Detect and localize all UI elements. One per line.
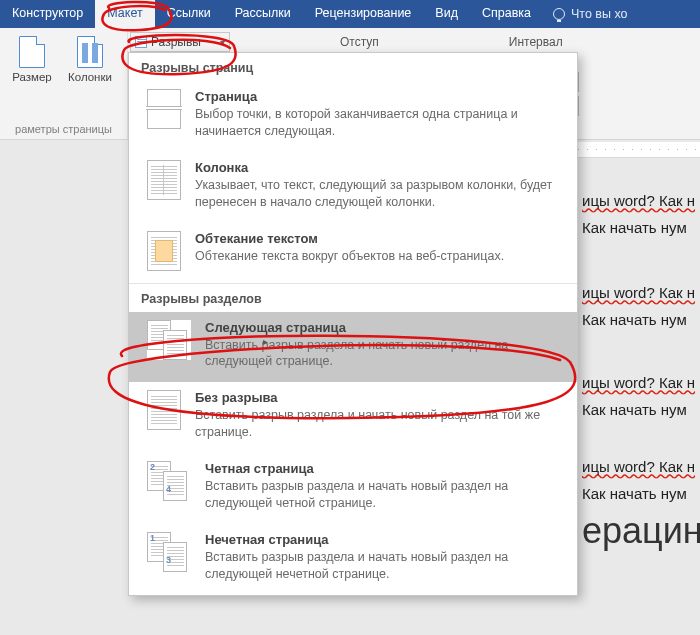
doc-text: Как начать нум (582, 309, 700, 330)
interval-label: Интервал (509, 32, 579, 52)
break-odd-title: Нечетная страница (205, 532, 563, 547)
odd-page-break-icon: 13 (147, 532, 191, 572)
break-nextpage-desc: Вставить разрыв раздела и начать новый р… (205, 337, 563, 371)
tab-spravka[interactable]: Справка (470, 0, 543, 28)
break-column-desc: Указывает, что текст, следующий за разры… (195, 177, 563, 211)
doc-heading: ерацин (582, 510, 700, 552)
break-next-page-item[interactable]: Следующая страница Вставить разрыв разде… (129, 312, 577, 383)
tab-maket[interactable]: Макет (95, 0, 154, 28)
page-setup-group-label: раметры страницы (6, 123, 121, 137)
columns-icon (77, 36, 103, 68)
break-even-title: Четная страница (205, 461, 563, 476)
size-label: Размер (12, 71, 52, 83)
tab-konstruktor[interactable]: Конструктор (0, 0, 95, 28)
chevron-down-icon: ▾ (220, 37, 225, 48)
doc-text: ицы word? Как н (582, 372, 700, 393)
break-continuous-item[interactable]: Без разрыва Вставить разрыв раздела и на… (129, 382, 577, 453)
page-size-icon (19, 36, 45, 68)
page-break-icon (147, 89, 181, 129)
columns-label: Колонки (68, 71, 112, 83)
break-even-desc: Вставить разрыв раздела и начать новый р… (205, 478, 563, 512)
horizontal-ruler[interactable] (578, 142, 700, 158)
break-textwrap-item[interactable]: Обтекание текстом Обтекание текста вокру… (129, 223, 577, 283)
lightbulb-icon (553, 8, 565, 20)
break-page-item[interactable]: Страница Выбор точки, в которой заканчив… (129, 81, 577, 152)
section-breaks-header: Разрывы разделов (129, 284, 577, 312)
breaks-dropdown-button[interactable]: Разрывы ▾ (130, 32, 230, 52)
even-page-break-icon: 24 (147, 461, 191, 501)
break-nextpage-title: Следующая страница (205, 320, 563, 335)
tell-me-search[interactable]: Что вы хо (543, 0, 638, 28)
tab-rassylki[interactable]: Рассылки (223, 0, 303, 28)
break-odd-page-item[interactable]: 13 Нечетная страница Вставить разрыв раз… (129, 524, 577, 595)
textwrap-break-icon (147, 231, 181, 271)
column-break-icon (147, 160, 181, 200)
doc-text: ицы word? Как н (582, 190, 700, 211)
document-canvas[interactable]: ицы word? Как н Как начать нум ицы word?… (582, 160, 700, 552)
tab-review[interactable]: Рецензирование (303, 0, 424, 28)
tell-me-label: Что вы хо (571, 7, 628, 21)
break-wrap-desc: Обтекание текста вокруг объектов на веб-… (195, 248, 563, 265)
break-column-title: Колонка (195, 160, 563, 175)
break-even-page-item[interactable]: 24 Четная страница Вставить разрыв разде… (129, 453, 577, 524)
page-setup-group: Размер Колонки раметры страницы (0, 28, 128, 139)
break-cont-desc: Вставить разрыв раздела и начать новый р… (195, 407, 563, 441)
doc-text: Как начать нум (582, 399, 700, 420)
break-column-item[interactable]: Колонка Указывает, что текст, следующий … (129, 152, 577, 223)
doc-text: ицы word? Как н (582, 282, 700, 303)
breaks-label: Разрывы (151, 35, 201, 49)
break-cont-title: Без разрыва (195, 390, 563, 405)
break-wrap-title: Обтекание текстом (195, 231, 563, 246)
continuous-break-icon (147, 390, 181, 430)
size-button[interactable]: Размер (6, 32, 58, 83)
break-page-title: Страница (195, 89, 563, 104)
next-page-break-icon (147, 320, 191, 360)
break-page-desc: Выбор точки, в которой заканчивается одн… (195, 106, 563, 140)
doc-text: Как начать нум (582, 217, 700, 238)
doc-text: ицы word? Как н (582, 456, 700, 477)
tab-vid[interactable]: Вид (423, 0, 470, 28)
breaks-icon (135, 36, 147, 48)
tab-ssylki[interactable]: Ссылки (155, 0, 223, 28)
page-breaks-header: Разрывы страниц (129, 53, 577, 81)
breaks-dropdown-panel: Разрывы страниц Страница Выбор точки, в … (128, 52, 578, 596)
ribbon-tabs: Конструктор Макет Ссылки Рассылки Реценз… (0, 0, 700, 28)
doc-text: Как начать нум (582, 483, 700, 504)
indent-label: Отступ (340, 32, 379, 52)
break-odd-desc: Вставить разрыв раздела и начать новый р… (205, 549, 563, 583)
columns-button[interactable]: Колонки (64, 32, 116, 83)
